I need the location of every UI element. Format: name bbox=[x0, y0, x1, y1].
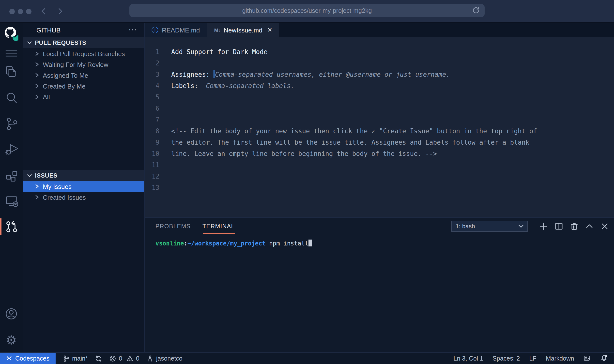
terminal-user: vsonline bbox=[155, 240, 184, 247]
chevron-down-icon bbox=[519, 224, 523, 228]
sync-indicator[interactable] bbox=[95, 355, 102, 362]
sidebar-item-all[interactable]: All bbox=[23, 91, 144, 102]
chevron-down-icon bbox=[27, 173, 32, 178]
terminal-cursor bbox=[308, 240, 312, 246]
sidebar-header: GITHUB ⋯ bbox=[23, 23, 144, 37]
close-panel-icon[interactable] bbox=[600, 222, 609, 231]
terminal-path: ~/workspace/my_project bbox=[187, 240, 266, 247]
chevron-right-icon bbox=[34, 84, 39, 89]
sidebar: GITHUB ⋯ PULL REQUESTS Local Pull Reques… bbox=[23, 23, 145, 352]
settings-gear-icon[interactable]: ⚙ bbox=[2, 331, 20, 349]
explorer-icon[interactable] bbox=[2, 63, 20, 81]
tab-terminal[interactable]: TERMINAL bbox=[202, 218, 235, 234]
forward-icon[interactable] bbox=[56, 7, 64, 16]
user-indicator[interactable]: jasonetco bbox=[147, 355, 183, 362]
split-terminal-icon[interactable] bbox=[554, 222, 563, 231]
more-actions-icon[interactable]: ⋯ bbox=[128, 28, 137, 32]
section-header-issues[interactable]: ISSUES bbox=[23, 170, 144, 181]
section-header-pull-requests[interactable]: PULL REQUESTS bbox=[23, 37, 144, 48]
back-icon[interactable] bbox=[39, 7, 48, 16]
activity-bar: ⚙ bbox=[0, 23, 23, 352]
menu-icon[interactable] bbox=[2, 44, 20, 62]
maximize-panel-icon[interactable] bbox=[585, 222, 594, 231]
editor-line[interactable]: 6 bbox=[145, 103, 614, 114]
line-number: 3 bbox=[145, 69, 159, 80]
code-placeholder: Comma-separated labels. bbox=[206, 82, 294, 90]
line-number: 4 bbox=[145, 80, 159, 91]
tab-readme[interactable]: ⓘ README.md bbox=[145, 23, 207, 37]
sidebar-item-label: Created By Me bbox=[43, 82, 85, 90]
terminal[interactable]: vsonline:~/workspace/my_project npm inst… bbox=[145, 235, 614, 247]
github-codespaces-logo-icon[interactable] bbox=[2, 25, 20, 42]
line-number: 12 bbox=[145, 171, 159, 182]
editor-line[interactable]: 4Labels: Comma-separated labels. bbox=[145, 80, 614, 91]
new-terminal-icon[interactable] bbox=[539, 222, 548, 231]
tab-problems[interactable]: PROBLEMS bbox=[155, 218, 191, 234]
kill-terminal-trash-icon[interactable] bbox=[570, 222, 579, 231]
eol-sequence[interactable]: LF bbox=[529, 355, 536, 362]
editor-line[interactable]: 8<!-- Edit the body of your new issue th… bbox=[145, 125, 614, 137]
editor-line[interactable]: 2 bbox=[145, 58, 614, 69]
tab-label: README.md bbox=[162, 26, 200, 34]
warnings-icon bbox=[127, 355, 134, 362]
editor-line[interactable]: 1Add Support for Dark Mode bbox=[145, 46, 614, 58]
traffic-light-minimize[interactable] bbox=[18, 9, 23, 14]
editor-line[interactable]: 11 bbox=[145, 159, 614, 171]
debug-icon[interactable] bbox=[2, 140, 20, 157]
extensions-icon[interactable] bbox=[2, 167, 20, 185]
bottom-panel: PROBLEMS TERMINAL 1: bash vsonline:~/wor… bbox=[145, 217, 614, 352]
tab-newissue[interactable]: M↓ NewIssue.md ✕ bbox=[207, 23, 279, 37]
remote-explorer-icon[interactable] bbox=[2, 192, 20, 210]
sidebar-item-created-issues[interactable]: Created Issues bbox=[23, 192, 144, 203]
line-number: 1 bbox=[145, 46, 159, 58]
traffic-light-close[interactable] bbox=[9, 9, 15, 14]
github-pull-requests-icon[interactable] bbox=[2, 218, 20, 236]
search-icon[interactable] bbox=[2, 89, 20, 107]
status-bar: Codespaces main* 0 0 jasonetco Ln 3, Col… bbox=[0, 352, 614, 364]
editor-line[interactable]: 7 bbox=[145, 114, 614, 125]
editor-line[interactable]: 12 bbox=[145, 171, 614, 182]
close-icon[interactable]: ✕ bbox=[267, 27, 272, 33]
section-issues: ISSUES My IssuesCreated Issues bbox=[23, 170, 144, 203]
remote-indicator[interactable]: Codespaces bbox=[0, 353, 55, 364]
branch-indicator[interactable]: main* bbox=[63, 355, 88, 362]
indentation[interactable]: Spaces: 2 bbox=[492, 355, 520, 362]
chevron-right-icon bbox=[34, 73, 39, 78]
codespaces-window: github.com/codespaces/user-my-project-mg… bbox=[0, 0, 614, 364]
line-number: 7 bbox=[145, 114, 159, 125]
editor-line[interactable]: 13 bbox=[145, 182, 614, 193]
sidebar-item-label: All bbox=[43, 93, 50, 101]
editor-line[interactable]: 10line. Leave an empty line before begin… bbox=[145, 148, 614, 159]
chevron-right-icon bbox=[34, 184, 39, 189]
source-control-icon[interactable] bbox=[2, 115, 20, 132]
feedback-icon[interactable] bbox=[583, 355, 591, 362]
browser-titlebar: github.com/codespaces/user-my-project-mg… bbox=[0, 0, 614, 23]
sidebar-item-assigned-to-me[interactable]: Assigned To Me bbox=[23, 70, 144, 81]
editor-cursor bbox=[214, 70, 215, 78]
reload-icon[interactable] bbox=[472, 6, 480, 15]
chevron-right-icon bbox=[34, 195, 39, 200]
cursor-position[interactable]: Ln 3, Col 1 bbox=[453, 355, 483, 362]
tab-strip: ⓘ README.md M↓ NewIssue.md ✕ bbox=[145, 23, 614, 37]
sidebar-item-label: Assigned To Me bbox=[43, 72, 88, 79]
sidebar-item-waiting-for-my-review[interactable]: Waiting For My Review bbox=[23, 59, 144, 70]
sidebar-item-local-pull-request-branches[interactable]: Local Pull Request Branches bbox=[23, 48, 144, 59]
url-bar[interactable]: github.com/codespaces/user-my-project-mg… bbox=[129, 4, 485, 17]
traffic-light-zoom[interactable] bbox=[26, 9, 31, 14]
notification-bell-icon[interactable] bbox=[600, 355, 608, 362]
editor-line[interactable]: 3Assignees: Comma-separated usernames, e… bbox=[145, 69, 614, 80]
account-icon[interactable] bbox=[2, 305, 20, 323]
terminal-command: npm install bbox=[266, 240, 308, 247]
problems-indicator[interactable]: 0 0 bbox=[109, 355, 139, 362]
terminal-shell-select[interactable]: 1: bash bbox=[451, 221, 528, 232]
sidebar-item-label: Waiting For My Review bbox=[43, 61, 108, 68]
code-comment: <!-- Edit the body of your new issue the… bbox=[171, 127, 537, 135]
editor-line[interactable]: 9the editor. The first line will be the … bbox=[145, 137, 614, 148]
editor[interactable]: 1Add Support for Dark Mode23Assignees: C… bbox=[145, 37, 614, 217]
tab-label: NewIssue.md bbox=[224, 26, 262, 34]
language-mode[interactable]: Markdown bbox=[546, 355, 574, 362]
sidebar-item-label: My Issues bbox=[43, 183, 72, 190]
sidebar-item-created-by-me[interactable]: Created By Me bbox=[23, 81, 144, 91]
sidebar-item-my-issues[interactable]: My Issues bbox=[23, 181, 144, 192]
editor-line[interactable]: 5 bbox=[145, 91, 614, 103]
